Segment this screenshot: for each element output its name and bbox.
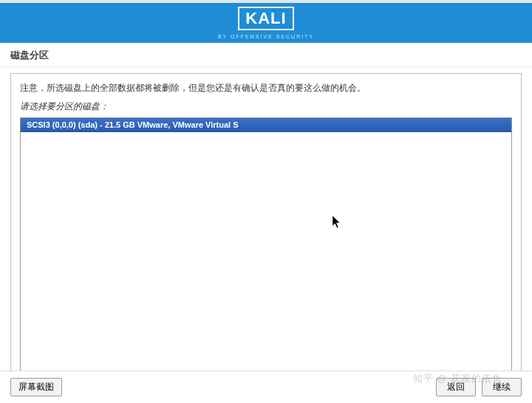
back-button[interactable]: 返回: [436, 378, 476, 396]
kali-logo: KALI BY OFFENSIVE SECURITY: [218, 7, 314, 39]
footer-bar: 屏幕截图 返回 继续: [0, 371, 532, 403]
logo-subtitle: BY OFFENSIVE SECURITY: [218, 34, 314, 39]
screenshot-button[interactable]: 屏幕截图: [10, 378, 62, 396]
warning-text: 注意，所选磁盘上的全部数据都将被删除，但是您还是有确认是否真的要这么做的机会。: [20, 81, 512, 94]
disk-prompt-label: 请选择要分区的磁盘：: [20, 100, 512, 113]
header-banner: KALI BY OFFENSIVE SECURITY: [0, 0, 532, 43]
logo-text: KALI: [238, 7, 293, 30]
disk-list[interactable]: SCSI3 (0,0,0) (sda) - 21.5 GB VMware, VM…: [20, 117, 512, 373]
disk-option[interactable]: SCSI3 (0,0,0) (sda) - 21.5 GB VMware, VM…: [21, 118, 511, 132]
continue-button[interactable]: 继续: [482, 378, 522, 396]
nav-buttons: 返回 继续: [436, 378, 522, 396]
main-panel: 注意，所选磁盘上的全部数据都将被删除，但是您还是有确认是否真的要这么做的机会。 …: [10, 73, 522, 382]
page-title: 磁盘分区: [0, 43, 532, 67]
